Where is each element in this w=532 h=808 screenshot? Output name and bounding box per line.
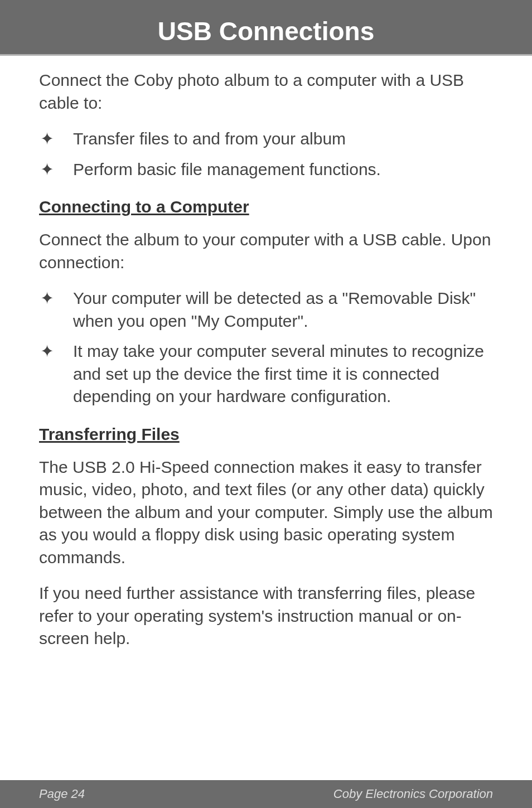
section1-paragraph: Connect the album to your computer with … [39,229,493,274]
bullet-list-1: ✦ Transfer files to and from your album … [39,128,493,181]
star-icon: ✦ [40,128,54,151]
bullet-text: Transfer files to and from your album [73,128,346,151]
star-icon: ✦ [40,340,54,363]
section-heading-transferring: Transferring Files [39,425,493,444]
list-item: ✦ It may take your computer several minu… [39,340,493,408]
section-heading-connecting: Connecting to a Computer [39,197,493,216]
content-area: Connect the Coby photo album to a comput… [0,56,532,650]
footer-bar: Page 24 Coby Electronics Corporation [0,780,532,808]
bullet-text: It may take your computer several minute… [73,340,493,408]
section2-paragraph-1: The USB 2.0 Hi-Speed connection makes it… [39,456,493,569]
company-name: Coby Electronics Corporation [333,787,493,801]
star-icon: ✦ [40,287,54,310]
star-icon: ✦ [40,158,54,181]
list-item: ✦ Perform basic file management function… [39,158,493,181]
list-item: ✦ Your computer will be detected as a "R… [39,287,493,332]
section2-paragraph-2: If you need further assistance with tran… [39,582,493,650]
header-bar: USB Connections [0,0,532,56]
page-title: USB Connections [158,16,374,46]
intro-paragraph: Connect the Coby photo album to a comput… [39,69,493,114]
list-item: ✦ Transfer files to and from your album [39,128,493,151]
bullet-list-2: ✦ Your computer will be detected as a "R… [39,287,493,408]
page-number: Page 24 [39,787,85,801]
bullet-text: Perform basic file management functions. [73,158,381,181]
bullet-text: Your computer will be detected as a "Rem… [73,287,493,332]
